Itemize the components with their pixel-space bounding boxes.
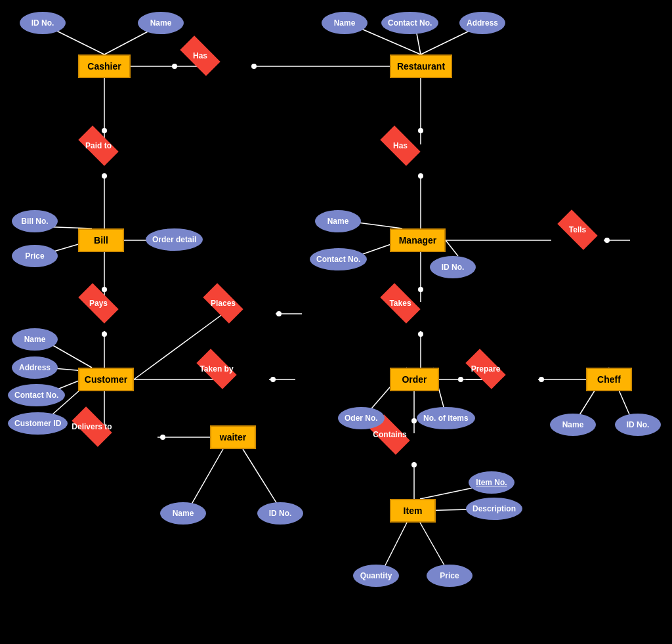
attribute-id-cheff: ID No. bbox=[615, 414, 661, 436]
attribute-billno: Bill No. bbox=[12, 210, 58, 232]
relationship-pays: Pays bbox=[72, 289, 125, 318]
entity-item: Item bbox=[390, 499, 436, 523]
dot-has1-cashier bbox=[172, 64, 177, 69]
relationship-takes: Takes bbox=[374, 289, 427, 318]
relationship-tells: Tells bbox=[551, 215, 604, 244]
dot-prepare-left bbox=[458, 377, 463, 382]
attribute-contact-manager: Contact No. bbox=[310, 248, 367, 270]
dot-prepare-right bbox=[539, 377, 544, 382]
relationship-prepare: Prepare bbox=[459, 354, 512, 383]
entity-customer: Customer bbox=[78, 368, 134, 391]
attribute-address-restaurant: Address bbox=[459, 12, 505, 34]
relationship-has1: Has bbox=[174, 41, 226, 70]
attribute-contact-restaurant: Contact No. bbox=[381, 12, 438, 34]
dot-takes-bottom bbox=[418, 332, 423, 337]
attribute-price-item: Price bbox=[427, 565, 472, 587]
er-diagram: Cashier Restaurant Bill Manager Customer… bbox=[0, 0, 672, 644]
attribute-address-customer: Address bbox=[12, 356, 58, 379]
attribute-contact-customer: Contact No. bbox=[8, 384, 65, 406]
connection-lines bbox=[0, 0, 672, 644]
entity-bill: Bill bbox=[78, 228, 124, 252]
entity-waiter: waiter bbox=[210, 425, 256, 449]
attribute-description: Description bbox=[466, 498, 522, 520]
relationship-takenby: Taken by bbox=[190, 354, 243, 383]
dot-contains-bottom bbox=[411, 462, 417, 467]
attribute-name-waiter: Name bbox=[160, 502, 206, 525]
dot-has2-bottom bbox=[418, 173, 423, 179]
dot-paidto-top bbox=[102, 128, 107, 133]
attribute-id-cashier: ID No. bbox=[20, 12, 66, 34]
entity-restaurant: Restaurant bbox=[390, 54, 452, 78]
attribute-name-cashier: Name bbox=[138, 12, 184, 34]
attribute-orderdetail: Order detail bbox=[146, 228, 203, 251]
dot-pays-top bbox=[102, 287, 107, 292]
attribute-price-bill: Price bbox=[12, 245, 58, 267]
attribute-id-manager: ID No. bbox=[430, 256, 476, 278]
dot-tells-right bbox=[604, 238, 610, 243]
entity-cashier: Cashier bbox=[78, 54, 131, 78]
entity-order: Order bbox=[390, 368, 439, 391]
dot-has2-top bbox=[418, 128, 423, 133]
svg-line-16 bbox=[446, 240, 458, 256]
attribute-name-restaurant: Name bbox=[322, 12, 368, 34]
dot-has1-restaurant bbox=[251, 64, 257, 69]
dot-contains-top bbox=[411, 418, 417, 423]
dot-pays-bottom bbox=[102, 332, 107, 337]
entity-cheff: Cheff bbox=[586, 368, 632, 391]
relationship-places: Places bbox=[197, 289, 249, 318]
relationship-paidto: Paid to bbox=[72, 131, 125, 160]
attribute-itemno: Item No. bbox=[469, 471, 514, 494]
dot-takenby-right bbox=[270, 377, 276, 382]
attribute-name-customer: Name bbox=[12, 328, 58, 351]
attribute-name-manager: Name bbox=[315, 210, 361, 232]
dot-takes-top bbox=[418, 287, 423, 292]
attribute-customerid: Customer ID bbox=[8, 412, 68, 435]
attribute-id-waiter: ID No. bbox=[257, 502, 303, 525]
attribute-numitems: No. of items bbox=[417, 407, 475, 429]
attribute-name-cheff: Name bbox=[550, 414, 596, 436]
relationship-deliversto: Delivers to bbox=[66, 412, 118, 441]
relationship-has2: Has bbox=[374, 131, 427, 160]
dot-deliversto-right bbox=[160, 435, 165, 440]
dot-places-right bbox=[276, 311, 282, 316]
attribute-quantity: Quantity bbox=[353, 565, 399, 587]
entity-manager: Manager bbox=[390, 228, 446, 252]
attribute-orderno: Oder No. bbox=[338, 407, 385, 429]
dot-paidto-bottom bbox=[102, 173, 107, 179]
